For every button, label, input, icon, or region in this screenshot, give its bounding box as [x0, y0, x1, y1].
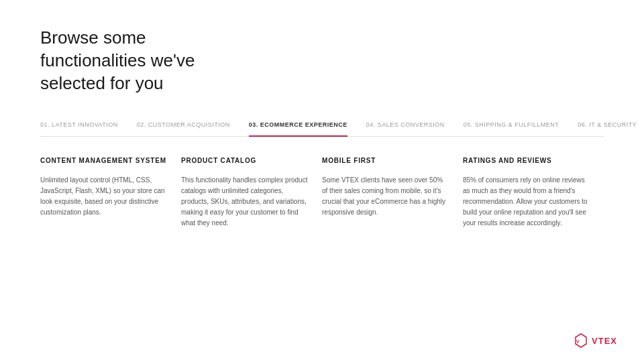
col-title-col3: MOBILE FIRST — [322, 157, 449, 164]
content-col-col3: MOBILE FIRSTSome VTEX clients have seen … — [322, 157, 463, 342]
tab-tab4[interactable]: 04. SALES CONVERSION — [366, 121, 445, 136]
col-title-col4: RATINGS AND REVIEWS — [463, 157, 590, 164]
tab-tab5[interactable]: 05. SHIPPING & FULFILLMENT — [464, 121, 559, 136]
col-title-col2: PRODUCT CATALOG — [181, 157, 309, 164]
col-body-col4: 85% of consumers rely on online reviews … — [463, 175, 590, 229]
content-col-col1: CONTENT MANAGEMENT SYSTEMUnlimited layou… — [40, 157, 181, 342]
page-heading: Browse somefunctionalities we'veselected… — [40, 27, 268, 95]
tab-tab3[interactable]: 03. ECOMMERCE EXPERIENCE — [249, 121, 347, 136]
content-columns: CONTENT MANAGEMENT SYSTEMUnlimited layou… — [40, 157, 604, 342]
vtex-label: VTEX — [592, 336, 617, 346]
tab-tab1[interactable]: 01. LATEST INNOVATION — [40, 121, 118, 136]
svg-text:V: V — [576, 339, 580, 344]
page-wrapper: Browse somefunctionalities we'veselected… — [0, 0, 644, 362]
tabs-navigation: 01. LATEST INNOVATION02. CUSTOMER ACQUIS… — [40, 121, 604, 137]
tab-tab2[interactable]: 02. CUSTOMER ACQUISITION — [137, 121, 230, 136]
col-body-col1: Unlimited layout control (HTML, CSS, Jav… — [40, 175, 168, 218]
content-col-col4: RATINGS AND REVIEWS85% of consumers rely… — [463, 157, 604, 342]
vtex-icon: V — [573, 333, 589, 349]
col-title-col1: CONTENT MANAGEMENT SYSTEM — [40, 157, 168, 164]
col-body-col3: Some VTEX clients have seen over 50% of … — [322, 175, 449, 218]
tab-tab6[interactable]: 06. IT & SECURITY — [578, 121, 637, 136]
vtex-logo: V VTEX — [573, 333, 617, 349]
content-col-col2: PRODUCT CATALOGThis functionality handle… — [181, 157, 322, 342]
col-body-col2: This functionality handles complex produ… — [181, 175, 309, 229]
